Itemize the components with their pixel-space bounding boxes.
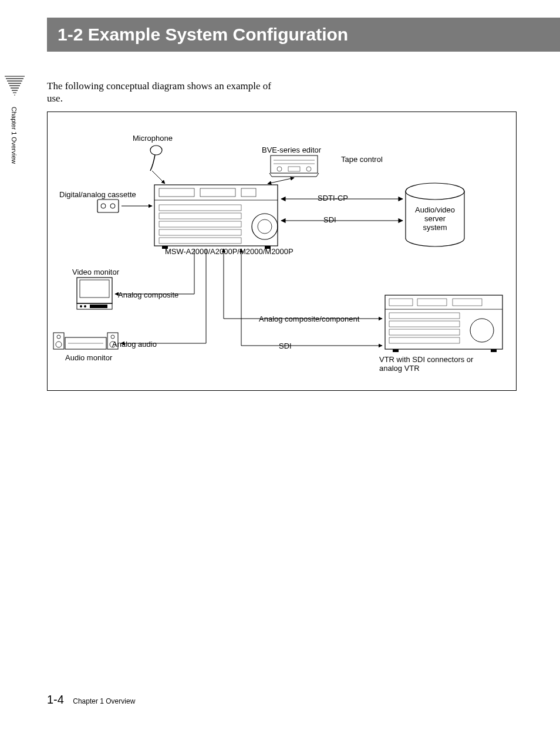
second-vtr-icon xyxy=(385,295,502,352)
main-vtr-icon xyxy=(154,185,278,249)
svg-rect-54 xyxy=(389,313,460,319)
svg-point-9 xyxy=(150,146,162,155)
page-number: 1-4 xyxy=(47,693,64,706)
svg-point-47 xyxy=(110,342,116,347)
svg-rect-51 xyxy=(389,299,413,306)
svg-rect-59 xyxy=(491,349,497,352)
svg-point-46 xyxy=(111,335,114,339)
svg-rect-35 xyxy=(80,280,109,298)
svg-rect-21 xyxy=(159,188,194,197)
video-monitor-icon xyxy=(77,278,112,309)
side-tab: Chapter 1 Overview xyxy=(0,75,29,164)
svg-point-37 xyxy=(80,305,82,307)
svg-rect-19 xyxy=(154,185,278,246)
svg-rect-34 xyxy=(77,278,112,303)
svg-rect-53 xyxy=(453,299,482,306)
svg-point-14 xyxy=(306,167,311,171)
side-chapter-label: Chapter 1 Overview xyxy=(11,107,18,164)
svg-rect-31 xyxy=(162,246,168,249)
svg-point-50 xyxy=(470,319,494,342)
svg-rect-27 xyxy=(159,213,241,219)
svg-rect-28 xyxy=(159,221,241,227)
cassette-icon xyxy=(97,200,119,212)
svg-point-33 xyxy=(406,183,464,200)
svg-line-60 xyxy=(152,171,165,184)
svg-rect-48 xyxy=(385,295,502,349)
svg-point-17 xyxy=(101,204,106,208)
svg-rect-52 xyxy=(417,299,447,306)
svg-line-61 xyxy=(268,178,294,184)
svg-rect-32 xyxy=(265,246,271,249)
svg-rect-39 xyxy=(90,305,107,308)
svg-rect-57 xyxy=(389,337,460,343)
footer-chapter: Chapter 1 Overview xyxy=(73,697,135,705)
svg-point-38 xyxy=(84,305,86,307)
microphone-icon xyxy=(150,146,162,171)
server-icon xyxy=(406,183,464,246)
svg-rect-30 xyxy=(159,238,241,244)
side-lines-icon xyxy=(0,75,29,101)
svg-rect-29 xyxy=(159,229,241,235)
svg-rect-55 xyxy=(389,321,460,327)
diagram-svg xyxy=(48,112,517,391)
svg-rect-26 xyxy=(159,205,241,211)
intro-text: The following conceptual diagram shows a… xyxy=(47,80,282,105)
svg-point-13 xyxy=(277,167,282,171)
system-diagram: Microphone BVE-series editor Tape contro… xyxy=(47,111,517,391)
svg-rect-22 xyxy=(200,188,235,197)
svg-point-25 xyxy=(258,219,272,234)
bve-editor-icon xyxy=(269,156,319,177)
svg-rect-58 xyxy=(393,349,399,352)
page-footer: 1-4 Chapter 1 Overview xyxy=(47,693,135,707)
svg-rect-23 xyxy=(241,188,256,197)
svg-rect-56 xyxy=(389,329,460,335)
svg-rect-15 xyxy=(288,167,300,171)
audio-monitor-icon xyxy=(53,333,118,349)
svg-point-42 xyxy=(56,342,62,347)
svg-point-41 xyxy=(57,335,60,339)
svg-point-18 xyxy=(110,204,115,208)
svg-point-24 xyxy=(252,214,278,239)
section-title: 1-2 Example System Configuration xyxy=(47,18,560,52)
svg-rect-16 xyxy=(97,200,119,212)
